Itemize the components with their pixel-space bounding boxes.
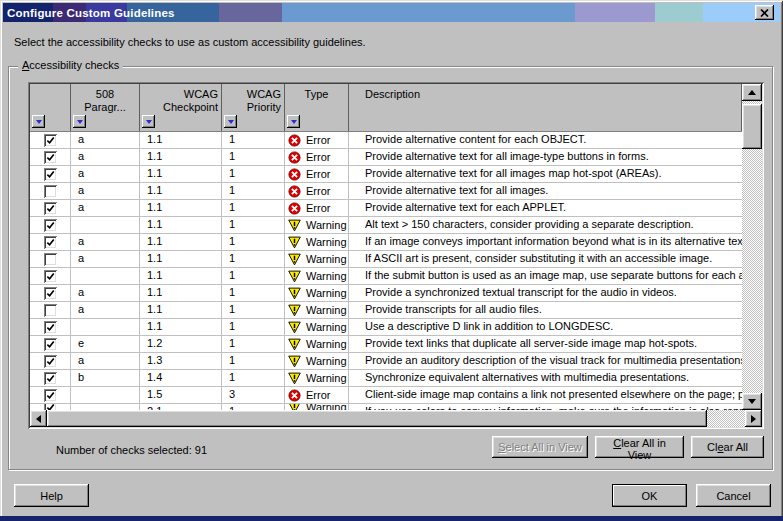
table-row[interactable]: a1.11WarningProvide transcripts for all … xyxy=(30,302,742,319)
filter-select-button[interactable] xyxy=(32,115,45,128)
cell-wcag-checkpoint: 1.1 xyxy=(140,268,222,284)
filter-dropdown-icon xyxy=(36,120,42,124)
row-checkbox[interactable] xyxy=(44,304,57,317)
table-row[interactable]: a1.11ErrorProvide alternative content fo… xyxy=(30,132,742,149)
window-title: Configure Custom Guidelines xyxy=(3,7,175,19)
clear-all-in-view-button[interactable]: Clear All in View xyxy=(595,436,684,458)
horizontal-scroll-thumb[interactable] xyxy=(47,410,707,427)
cell-508-paragraph: a xyxy=(71,302,140,318)
table-row[interactable]: b1.41WarningSynchronize equivalent alter… xyxy=(30,370,742,387)
cancel-button[interactable]: Cancel xyxy=(696,484,771,507)
header-wcag-priority: WCAG Priority xyxy=(222,84,285,131)
row-checkbox[interactable] xyxy=(44,270,57,283)
row-checkbox[interactable] xyxy=(44,287,57,300)
row-checkbox[interactable] xyxy=(44,321,57,334)
row-checkbox[interactable] xyxy=(44,253,57,266)
row-checkbox[interactable] xyxy=(44,202,57,215)
type-label: Warning xyxy=(306,337,347,352)
warning-icon xyxy=(288,287,301,300)
row-checkbox[interactable] xyxy=(44,372,57,385)
row-select-cell xyxy=(30,353,71,369)
table-row[interactable]: a1.11WarningIf an image conveys importan… xyxy=(30,234,742,251)
cell-508-paragraph xyxy=(71,319,140,335)
cell-description: Provide transcripts for all audio files. xyxy=(349,302,742,318)
table-row[interactable]: a1.11WarningProvide a synchronized textu… xyxy=(30,285,742,302)
scroll-down-button[interactable] xyxy=(742,393,762,410)
warning-icon xyxy=(288,304,301,317)
row-checkbox[interactable] xyxy=(44,355,57,368)
row-select-cell xyxy=(30,319,71,335)
error-icon xyxy=(288,134,301,147)
cell-type: Warning xyxy=(285,336,349,352)
table-row[interactable]: a1.11ErrorProvide alternative text for a… xyxy=(30,149,742,166)
table-row[interactable]: a1.11ErrorProvide alternative text for e… xyxy=(30,200,742,217)
cell-description: Provide a synchronized textual transcrip… xyxy=(349,285,742,301)
table-row[interactable]: e1.21WarningProvide text links that dupl… xyxy=(30,336,742,353)
horizontal-scrollbar[interactable] xyxy=(30,410,762,427)
cell-type: Error xyxy=(285,132,349,148)
help-button[interactable]: Help xyxy=(14,484,89,507)
table-row[interactable]: a1.31WarningProvide an auditory descript… xyxy=(30,353,742,370)
scroll-up-button[interactable] xyxy=(742,84,762,101)
row-checkbox[interactable] xyxy=(44,236,57,249)
scroll-right-button[interactable] xyxy=(745,410,762,427)
cell-description: Alt text > 150 characters, consider prov… xyxy=(349,217,742,233)
cell-wcag-priority: 1 xyxy=(222,319,285,335)
table-row[interactable]: 1.11WarningUse a descriptive D link in a… xyxy=(30,319,742,336)
row-checkbox[interactable] xyxy=(44,338,57,351)
cell-508-paragraph: a xyxy=(71,149,140,165)
filter-checkpoint-button[interactable] xyxy=(142,115,155,128)
error-icon xyxy=(288,389,301,402)
filter-type-button[interactable] xyxy=(287,115,300,128)
status-label: Number of checks selected: xyxy=(56,444,192,456)
close-icon xyxy=(760,9,769,17)
vertical-scroll-thumb[interactable] xyxy=(742,104,762,149)
select-all-in-view-button[interactable]: Select All in View xyxy=(492,436,588,458)
row-checkbox[interactable] xyxy=(44,151,57,164)
cell-type: Warning xyxy=(285,251,349,267)
row-checkbox[interactable] xyxy=(44,219,57,232)
warning-icon xyxy=(288,372,301,385)
cell-wcag-priority: 1 xyxy=(222,353,285,369)
row-checkbox[interactable] xyxy=(44,134,57,147)
cell-508-paragraph: a xyxy=(71,132,140,148)
close-button[interactable] xyxy=(755,5,774,20)
cell-wcag-priority: 1 xyxy=(222,200,285,216)
vertical-scrollbar[interactable] xyxy=(742,84,762,410)
type-label: Error xyxy=(306,388,330,403)
cell-wcag-checkpoint: 1.4 xyxy=(140,370,222,386)
clear-all-button[interactable]: Clear All xyxy=(691,436,764,458)
cell-type: Error xyxy=(285,149,349,165)
table-row[interactable]: 1.11WarningIf the submit button is used … xyxy=(30,268,742,285)
ok-button[interactable]: OK xyxy=(612,484,687,507)
cell-description: Provide text links that duplicate all se… xyxy=(349,336,742,352)
instruction-text: Select the accessibility checks to use a… xyxy=(14,36,366,48)
check-icon xyxy=(46,221,55,230)
type-label: Error xyxy=(306,201,330,216)
filter-dropdown-icon xyxy=(77,120,83,124)
table-row[interactable]: a1.11ErrorProvide alternative text for a… xyxy=(30,183,742,200)
table-row[interactable]: a1.11WarningIf ASCII art is present, con… xyxy=(30,251,742,268)
header-508-paragraph: 508 Paragr... xyxy=(71,84,140,131)
table-row[interactable]: 1.53ErrorClient-side image map contains … xyxy=(30,387,742,404)
check-icon xyxy=(46,238,55,247)
up-arrow-icon xyxy=(748,90,756,95)
table-row[interactable]: 1.11WarningAlt text > 150 characters, co… xyxy=(30,217,742,234)
filter-dropdown-icon xyxy=(291,120,297,124)
row-select-cell xyxy=(30,132,71,148)
row-checkbox[interactable] xyxy=(44,185,57,198)
row-select-cell xyxy=(30,370,71,386)
title-bar[interactable]: Configure Custom Guidelines xyxy=(3,3,780,22)
left-arrow-icon xyxy=(36,415,41,423)
header-select-column xyxy=(30,84,71,131)
filter-508-button[interactable] xyxy=(73,115,86,128)
cell-508-paragraph: a xyxy=(71,200,140,216)
cell-description: If the submit button is used as an image… xyxy=(349,268,742,284)
cell-type: Warning xyxy=(285,217,349,233)
filter-priority-button[interactable] xyxy=(224,115,237,128)
row-checkbox[interactable] xyxy=(44,168,57,181)
table-row[interactable]: a1.11ErrorProvide alternative text for a… xyxy=(30,166,742,183)
type-label: Warning xyxy=(306,235,347,250)
row-checkbox[interactable] xyxy=(44,389,57,402)
scroll-left-button[interactable] xyxy=(30,410,47,427)
